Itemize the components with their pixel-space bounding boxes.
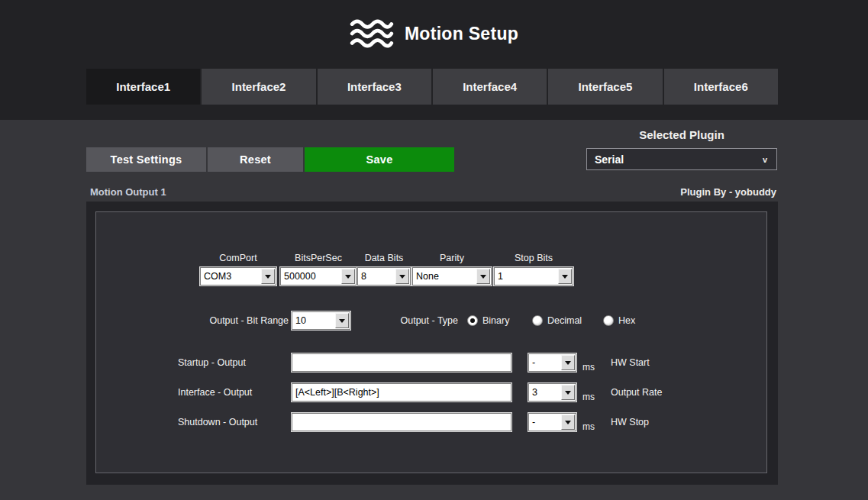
shutdown-output-input[interactable]: [292, 414, 511, 431]
stopbits-dropdown[interactable]: 1: [494, 267, 573, 285]
radio-hex-label: Hex: [618, 315, 635, 326]
radio-decimal[interactable]: Decimal: [532, 312, 582, 329]
radio-binary[interactable]: Binary: [467, 312, 509, 329]
dropdown-arrow-icon[interactable]: [335, 313, 349, 328]
stopbits-value: 1: [495, 268, 557, 285]
brand: Motion Setup: [0, 12, 868, 55]
comport-label: ComPort: [200, 253, 276, 263]
radio-hex[interactable]: Hex: [603, 312, 635, 329]
tab-label: Interface2: [232, 80, 286, 93]
bitspersec-label: BitsPerSec: [280, 253, 357, 263]
dropdown-arrow-icon[interactable]: [561, 385, 575, 400]
save-button[interactable]: Save: [305, 147, 454, 172]
test-settings-button[interactable]: Test Settings: [86, 147, 206, 172]
tab-label: Interface5: [579, 80, 633, 93]
startup-delay-value: -: [529, 354, 560, 371]
header: Motion Setup Interface1 Interface2 Inter…: [0, 0, 868, 120]
parity-label: Parity: [412, 253, 492, 263]
parity-value: None: [413, 268, 476, 285]
tab-label: Interface6: [694, 80, 748, 93]
bit-range-label: Output - Bit Range: [111, 315, 289, 326]
startup-unit-label: ms: [582, 362, 595, 373]
radio-button-icon[interactable]: [603, 315, 614, 326]
plugin-dropdown-value: Serial: [587, 153, 624, 166]
stopbits-label: Stop Bits: [494, 253, 573, 263]
dropdown-arrow-icon[interactable]: [558, 269, 572, 284]
databits-dropdown[interactable]: 8: [357, 267, 411, 285]
tab-interface1[interactable]: Interface1: [86, 69, 200, 105]
reset-button[interactable]: Reset: [208, 147, 303, 172]
dropdown-arrow-icon[interactable]: [395, 269, 409, 284]
interface-unit-label: ms: [582, 392, 595, 402]
tab-interface5[interactable]: Interface5: [548, 69, 662, 105]
comport-value: COM3: [201, 268, 260, 285]
shutdown-delay-dropdown[interactable]: -: [528, 413, 576, 431]
plugin-dropdown[interactable]: Serial v: [586, 148, 777, 170]
bit-range-dropdown[interactable]: 10: [292, 311, 350, 330]
databits-label: Data Bits: [357, 253, 411, 263]
dropdown-arrow-icon[interactable]: [261, 269, 275, 284]
tab-interface2[interactable]: Interface2: [202, 69, 315, 105]
page-title: Motion Setup: [405, 24, 518, 44]
interface-tab-bar: Interface1 Interface2 Interface3 Interfa…: [86, 69, 778, 105]
parity-dropdown[interactable]: None: [412, 267, 492, 285]
radio-button-icon[interactable]: [467, 315, 478, 326]
output-settings-panel: ComPort BitsPerSec Data Bits Parity Stop…: [95, 211, 767, 473]
interface-output-label: Interface - Output: [178, 387, 252, 398]
motion-setup-window: Motion Setup Interface1 Interface2 Inter…: [0, 0, 868, 500]
dropdown-arrow-icon[interactable]: [561, 415, 575, 430]
bitspersec-dropdown[interactable]: 500000: [280, 267, 357, 285]
hw-start-label: HW Start: [611, 357, 650, 368]
selected-plugin-label: Selected Plugin: [586, 128, 777, 141]
output-type-label: Output - Type: [359, 315, 458, 326]
startup-output-label: Startup - Output: [178, 357, 246, 368]
bitspersec-value: 500000: [281, 268, 340, 285]
interface-output-field-wrap: [292, 383, 511, 402]
databits-value: 8: [358, 268, 395, 285]
interface-output-input[interactable]: [292, 384, 511, 401]
tab-label: Interface1: [116, 80, 170, 93]
interface-rate-dropdown[interactable]: 3: [528, 383, 576, 402]
startup-delay-dropdown[interactable]: -: [528, 353, 576, 372]
shutdown-unit-label: ms: [582, 421, 595, 432]
tab-interface6[interactable]: Interface6: [664, 69, 778, 105]
tab-interface4[interactable]: Interface4: [433, 69, 547, 105]
shutdown-delay-value: -: [529, 414, 560, 431]
radio-binary-label: Binary: [482, 315, 509, 326]
bit-range-value: 10: [292, 312, 334, 329]
tab-label: Interface3: [347, 80, 402, 93]
dropdown-arrow-icon[interactable]: [476, 269, 490, 284]
radio-button-icon[interactable]: [532, 315, 543, 326]
radio-decimal-label: Decimal: [547, 315, 582, 326]
shutdown-output-field-wrap: [292, 413, 511, 431]
chevron-down-icon: v: [763, 155, 776, 164]
startup-output-field-wrap: [292, 353, 511, 372]
dropdown-arrow-icon[interactable]: [341, 269, 355, 284]
startup-output-input[interactable]: [292, 354, 511, 371]
tab-interface3[interactable]: Interface3: [318, 69, 431, 105]
waves-icon: [350, 18, 394, 50]
shutdown-output-label: Shutdown - Output: [178, 417, 257, 427]
comport-dropdown[interactable]: COM3: [200, 267, 276, 285]
motion-output-title: Motion Output 1: [90, 186, 166, 198]
interface-rate-value: 3: [529, 384, 560, 401]
plugin-credit: Plugin By - yobuddy: [680, 186, 776, 198]
dropdown-arrow-icon[interactable]: [561, 355, 575, 370]
hw-stop-label: HW Stop: [611, 417, 649, 427]
output-rate-label: Output Rate: [611, 387, 662, 398]
tab-label: Interface4: [463, 80, 517, 93]
